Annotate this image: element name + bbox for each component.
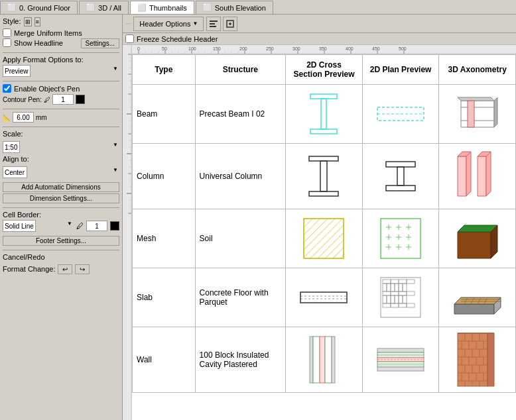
dimension-unit-label: mm (36, 114, 47, 121)
svg-rect-69 (310, 94, 337, 99)
cell-border-color[interactable] (110, 221, 119, 231)
contour-pen-input[interactable] (52, 94, 74, 105)
dropdown-arrow: ▼ (192, 21, 198, 26)
svg-rect-85 (386, 185, 415, 191)
wall-structure-cell: 100 Block Insulated Cavity Plastered (195, 327, 286, 393)
format-select[interactable]: Preview (3, 65, 31, 77)
svg-rect-71 (310, 129, 337, 134)
enable-pen-checkbox[interactable] (3, 84, 11, 93)
mesh-3d-cell (439, 209, 516, 268)
dimension-settings-button[interactable]: Dimension Settings... (3, 193, 119, 203)
table-row: Beam Precast Beam I 02 (133, 85, 516, 144)
svg-rect-80 (309, 156, 338, 161)
list-view-icon[interactable]: ≡ (34, 17, 40, 26)
svg-rect-82 (309, 191, 338, 196)
svg-rect-158 (377, 348, 424, 352)
svg-marker-76 (494, 97, 497, 127)
cancel-redo-label: Cancel/Redo (3, 253, 45, 261)
pen-color-box[interactable] (76, 95, 85, 104)
slab-type-cell: Slab (133, 268, 196, 327)
settings-button[interactable]: Settings... (81, 38, 119, 48)
column-3d-cell (439, 144, 516, 209)
grid-view-icon[interactable]: ⊞ (24, 17, 32, 26)
svg-rect-154 (313, 337, 320, 383)
slab-3d-preview (451, 274, 504, 321)
wall-3d-preview (454, 330, 501, 390)
tab-ground-floor[interactable]: ⬜ 0. Ground Floor (0, 1, 78, 14)
slab-2d-cross-cell (286, 268, 363, 327)
svg-marker-79 (468, 101, 474, 127)
pen-icon-2: 🖊 (76, 222, 84, 230)
format-change-label: Format Change: (3, 265, 55, 273)
svg-marker-91 (486, 152, 491, 196)
header-options-button[interactable]: Header Options ▼ (133, 17, 204, 31)
svg-rect-155 (320, 337, 325, 383)
table-scroll[interactable]: Type Structure 2D CrossSection Preview 2… (132, 54, 516, 420)
wall-3d-cell (439, 327, 516, 393)
footer-settings-button[interactable]: Footer Settings... (3, 236, 119, 246)
svg-rect-153 (310, 337, 313, 383)
slab-3d-cell (439, 268, 516, 327)
schedule-table: Type Structure 2D CrossSection Preview 2… (132, 54, 516, 393)
column-plan-preview (381, 156, 420, 196)
wall-cross-section-preview (307, 333, 340, 386)
tab-3d-all[interactable]: ⬜ 3D / All (79, 1, 129, 14)
slab-structure-cell: Concrete Floor with Parquet (195, 268, 286, 327)
svg-rect-93 (304, 219, 344, 258)
svg-text:350: 350 (319, 46, 327, 51)
svg-marker-199 (487, 333, 494, 386)
fit-button[interactable] (223, 17, 237, 31)
svg-text:400: 400 (346, 46, 354, 51)
cell-border-select[interactable]: Solid Line (3, 220, 36, 232)
elevation-icon: ⬜ (203, 3, 212, 12)
tab-thumbnails[interactable]: ⬜ Thumbnails (130, 1, 194, 14)
mesh-2d-plan-cell (362, 209, 439, 268)
svg-text:0: 0 (137, 46, 140, 51)
beam-type-cell: Beam (133, 85, 196, 144)
svg-rect-167 (377, 367, 424, 371)
align-select[interactable]: Center (3, 166, 27, 178)
svg-rect-159 (377, 352, 424, 358)
redo-button[interactable]: ↪ (75, 264, 90, 274)
table-row: Slab Concrete Floor with Parquet (133, 268, 516, 327)
dimension-input[interactable] (13, 112, 34, 123)
freeze-row: Freeze Schedule Header (123, 33, 516, 45)
ruler-table-area: 0 50 100 150 200 250 300 (123, 45, 516, 420)
beam-2d-cross-cell (286, 85, 363, 144)
merge-uniform-label: Merge Uniform Items (14, 29, 82, 37)
freeze-checkbox[interactable] (125, 34, 134, 43)
undo-button[interactable]: ↩ (58, 264, 72, 274)
svg-rect-0 (210, 21, 218, 22)
beam-3d-cell (439, 85, 516, 144)
column-2d-cross-cell (286, 144, 363, 209)
scale-label: Scale: (3, 130, 23, 138)
vertical-ruler-svg (123, 45, 132, 420)
wall-2d-plan-cell (362, 327, 439, 393)
merge-uniform-checkbox[interactable] (3, 28, 11, 37)
align-label: Align to: (3, 155, 29, 163)
scale-select[interactable]: 1:50 (3, 141, 20, 153)
header-2d-cross: 2D CrossSection Preview (286, 55, 363, 85)
horizontal-ruler-svg: 0 50 100 150 200 250 300 (132, 45, 516, 54)
align-left-button[interactable] (206, 17, 221, 31)
column-type-cell: Column (133, 144, 196, 209)
svg-rect-70 (321, 99, 326, 129)
tab-south-elevation[interactable]: ⬜ South Elevation (196, 1, 273, 14)
thumbnail-icon: ⬜ (137, 3, 147, 12)
contour-pen-label: Contour Pen: (3, 96, 42, 103)
beam-2d-plan-cell (362, 85, 439, 144)
svg-rect-116 (300, 292, 347, 303)
mesh-structure-cell: Soil (195, 209, 286, 268)
dimension-icon: 📐 (3, 114, 11, 121)
svg-marker-89 (478, 156, 486, 196)
wall-plan-preview (374, 343, 427, 376)
svg-marker-144 (454, 304, 494, 314)
svg-text:200: 200 (239, 46, 247, 51)
header-type: Type (133, 55, 196, 85)
cell-border-input[interactable] (86, 221, 107, 231)
add-dimensions-button[interactable]: Add Automatic Dimensions (3, 182, 119, 192)
svg-rect-157 (332, 337, 335, 383)
show-headline-checkbox[interactable] (3, 38, 11, 47)
svg-rect-84 (397, 167, 404, 185)
align-left-icon (209, 19, 218, 28)
